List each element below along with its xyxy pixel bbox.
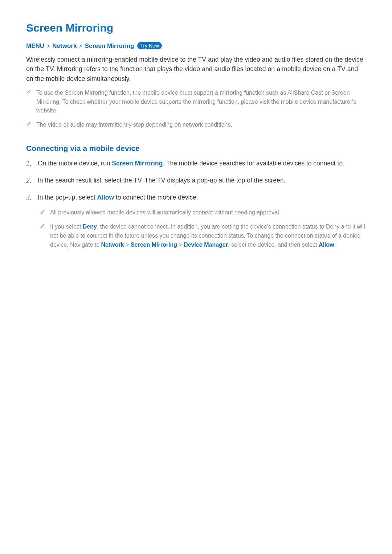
breadcrumb-menu[interactable]: MENU <box>26 42 44 49</box>
pencil-icon <box>26 90 31 95</box>
sep: > <box>124 242 131 248</box>
note-item: To use the Screen Mirroring function, th… <box>26 89 366 115</box>
step-1: On the mobile device, run Screen Mirrori… <box>26 159 366 168</box>
step-text: In the pop-up, select <box>38 194 97 201</box>
step-text: . The mobile device searches for availab… <box>163 160 344 167</box>
breadcrumb-separator: > <box>79 43 82 49</box>
t: . <box>334 242 336 248</box>
steps-list: On the mobile device, run Screen Mirrori… <box>26 159 366 250</box>
deny-label: Deny <box>83 223 97 230</box>
note-text: The video or audio may intermittently st… <box>36 120 366 130</box>
pencil-icon <box>40 223 45 229</box>
allow-label: Allow <box>319 242 334 248</box>
pencil-icon <box>26 122 31 127</box>
note-text: All previously allowed mobile devices wi… <box>50 208 366 217</box>
note-item: All previously allowed mobile devices wi… <box>40 208 366 217</box>
note-list: To use the Screen Mirroring function, th… <box>26 89 366 130</box>
step-text: to connect the mobile device. <box>114 194 198 201</box>
breadcrumb: MENU > Network > Screen Mirroring Try No… <box>26 42 366 50</box>
page-title: Screen Mirroring <box>26 22 366 34</box>
t: If you select <box>50 223 83 230</box>
step-text: In the search result list, select the TV… <box>38 177 285 184</box>
sep: > <box>177 242 184 248</box>
intro-paragraph: Wirelessly connect a mirroring-enabled m… <box>26 55 366 83</box>
breadcrumb-screen-mirroring[interactable]: Screen Mirroring <box>85 42 134 49</box>
note-item: If you select Deny, the device cannot co… <box>40 222 366 249</box>
breadcrumb-network[interactable]: Network <box>52 42 77 49</box>
try-now-badge[interactable]: Try Now <box>137 42 162 49</box>
note-text: To use the Screen Mirroring function, th… <box>36 89 366 115</box>
sub-note-list: All previously allowed mobile devices wi… <box>38 208 366 249</box>
step-text: On the mobile device, run <box>38 160 112 167</box>
subheading: Connecting via a mobile device <box>26 144 366 153</box>
step-highlight: Screen Mirroring <box>112 160 163 167</box>
breadcrumb-separator: > <box>47 43 50 49</box>
step-highlight: Allow <box>97 194 114 201</box>
t: , select the device, and then select <box>228 242 319 248</box>
note-text: If you select Deny, the device cannot co… <box>50 222 366 249</box>
note-item: The video or audio may intermittently st… <box>26 120 366 130</box>
device-manager-label: Device Manager <box>184 242 228 248</box>
network-label: Network <box>101 242 124 248</box>
pencil-icon <box>40 209 45 214</box>
screen-mirroring-label: Screen Mirroring <box>131 242 177 248</box>
step-2: In the search result list, select the TV… <box>26 176 366 185</box>
step-3: In the pop-up, select Allow to connect t… <box>26 193 366 249</box>
page-content: Screen Mirroring MENU > Network > Screen… <box>0 0 392 250</box>
